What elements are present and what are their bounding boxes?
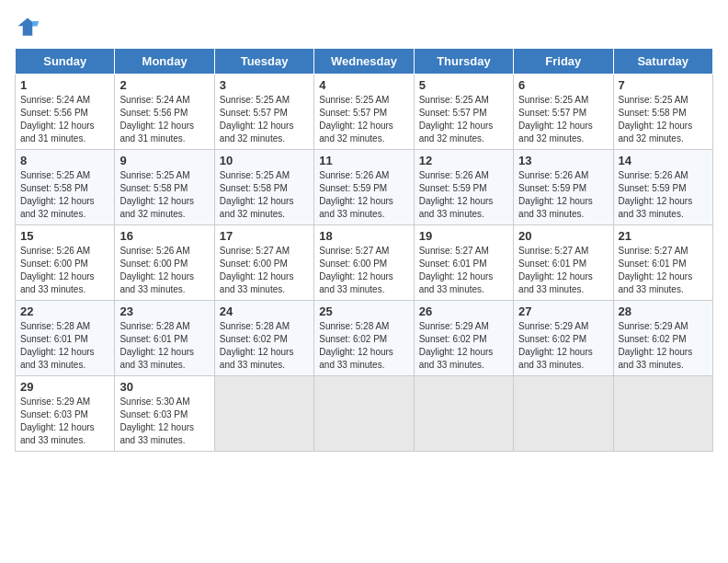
day-cell: 23 Sunrise: 5:28 AM Sunset: 6:01 PM Dayl… (115, 301, 214, 376)
day-cell: 22 Sunrise: 5:28 AM Sunset: 6:01 PM Dayl… (16, 301, 115, 376)
day-cell: 20 Sunrise: 5:27 AM Sunset: 6:01 PM Dayl… (514, 225, 613, 301)
day-cell: 11 Sunrise: 5:26 AM Sunset: 5:59 PM Dayl… (314, 150, 414, 225)
week-row-3: 15 Sunrise: 5:26 AM Sunset: 6:00 PM Dayl… (16, 225, 713, 301)
day-detail: Sunrise: 5:24 AM Sunset: 5:56 PM Dayligh… (20, 94, 109, 145)
day-number: 21 (619, 229, 708, 243)
day-cell: 15 Sunrise: 5:26 AM Sunset: 6:00 PM Dayl… (16, 225, 115, 301)
day-cell: 24 Sunrise: 5:28 AM Sunset: 6:02 PM Dayl… (214, 301, 313, 376)
day-number: 19 (419, 229, 508, 243)
calendar-body: 1 Sunrise: 5:24 AM Sunset: 5:56 PM Dayli… (16, 75, 713, 452)
day-detail: Sunrise: 5:25 AM Sunset: 5:58 PM Dayligh… (119, 169, 209, 221)
day-cell: 10 Sunrise: 5:25 AM Sunset: 5:58 PM Dayl… (214, 150, 313, 225)
weekday-thursday: Thursday (414, 49, 513, 75)
day-number: 30 (119, 380, 209, 394)
day-detail: Sunrise: 5:25 AM Sunset: 5:58 PM Dayligh… (220, 169, 309, 221)
day-detail: Sunrise: 5:27 AM Sunset: 6:01 PM Dayligh… (419, 245, 508, 296)
day-number: 10 (220, 154, 309, 167)
day-cell: 4 Sunrise: 5:25 AM Sunset: 5:57 PM Dayli… (314, 75, 414, 150)
week-row-2: 8 Sunrise: 5:25 AM Sunset: 5:58 PM Dayli… (16, 150, 713, 225)
day-number: 4 (319, 78, 408, 92)
day-detail: Sunrise: 5:25 AM Sunset: 5:57 PM Dayligh… (419, 94, 508, 145)
day-number: 12 (419, 154, 508, 167)
day-number: 2 (119, 78, 209, 92)
day-detail: Sunrise: 5:30 AM Sunset: 6:03 PM Dayligh… (119, 396, 209, 447)
day-cell: 28 Sunrise: 5:29 AM Sunset: 6:02 PM Dayl… (613, 301, 712, 376)
day-detail: Sunrise: 5:25 AM Sunset: 5:58 PM Dayligh… (20, 169, 109, 221)
day-cell: 17 Sunrise: 5:27 AM Sunset: 6:00 PM Dayl… (214, 225, 313, 301)
day-number: 25 (319, 304, 408, 318)
day-detail: Sunrise: 5:28 AM Sunset: 6:02 PM Dayligh… (319, 320, 408, 372)
weekday-sunday: Sunday (16, 49, 115, 75)
day-cell (214, 376, 313, 452)
svg-marker-1 (18, 18, 38, 36)
day-detail: Sunrise: 5:28 AM Sunset: 6:01 PM Dayligh… (119, 320, 209, 372)
day-cell: 9 Sunrise: 5:25 AM Sunset: 5:58 PM Dayli… (115, 150, 214, 225)
day-number: 24 (220, 304, 309, 318)
day-number: 13 (518, 154, 608, 167)
day-cell (514, 376, 613, 452)
day-number: 28 (619, 304, 708, 318)
day-detail: Sunrise: 5:26 AM Sunset: 5:59 PM Dayligh… (319, 169, 408, 221)
day-number: 20 (518, 229, 608, 243)
logo (15, 15, 44, 40)
day-cell: 29 Sunrise: 5:29 AM Sunset: 6:03 PM Dayl… (16, 376, 115, 452)
day-cell: 21 Sunrise: 5:27 AM Sunset: 6:01 PM Dayl… (613, 225, 712, 301)
day-number: 23 (119, 304, 209, 318)
day-cell: 3 Sunrise: 5:25 AM Sunset: 5:57 PM Dayli… (214, 75, 313, 150)
day-cell (613, 376, 712, 452)
calendar-table: SundayMondayTuesdayWednesdayThursdayFrid… (15, 48, 713, 452)
day-detail: Sunrise: 5:27 AM Sunset: 6:00 PM Dayligh… (319, 245, 408, 296)
day-detail: Sunrise: 5:28 AM Sunset: 6:02 PM Dayligh… (220, 320, 309, 372)
day-cell: 26 Sunrise: 5:29 AM Sunset: 6:02 PM Dayl… (414, 301, 513, 376)
day-cell: 6 Sunrise: 5:25 AM Sunset: 5:57 PM Dayli… (514, 75, 613, 150)
day-detail: Sunrise: 5:27 AM Sunset: 6:01 PM Dayligh… (518, 245, 608, 296)
weekday-tuesday: Tuesday (214, 49, 313, 75)
day-cell: 13 Sunrise: 5:26 AM Sunset: 5:59 PM Dayl… (514, 150, 613, 225)
logo-icon (15, 15, 40, 40)
day-number: 14 (619, 154, 708, 167)
day-cell: 8 Sunrise: 5:25 AM Sunset: 5:58 PM Dayli… (16, 150, 115, 225)
day-cell (314, 376, 414, 452)
weekday-wednesday: Wednesday (314, 49, 414, 75)
day-detail: Sunrise: 5:25 AM Sunset: 5:57 PM Dayligh… (518, 94, 608, 145)
day-number: 1 (20, 78, 109, 92)
day-number: 16 (119, 229, 209, 243)
day-number: 22 (20, 304, 109, 318)
day-number: 3 (220, 78, 309, 92)
day-detail: Sunrise: 5:29 AM Sunset: 6:02 PM Dayligh… (518, 320, 608, 372)
week-row-5: 29 Sunrise: 5:29 AM Sunset: 6:03 PM Dayl… (16, 376, 713, 452)
svg-marker-2 (32, 21, 39, 26)
day-detail: Sunrise: 5:29 AM Sunset: 6:03 PM Dayligh… (20, 396, 109, 447)
day-detail: Sunrise: 5:26 AM Sunset: 6:00 PM Dayligh… (119, 245, 209, 296)
day-cell: 19 Sunrise: 5:27 AM Sunset: 6:01 PM Dayl… (414, 225, 513, 301)
day-number: 26 (419, 304, 508, 318)
day-cell: 16 Sunrise: 5:26 AM Sunset: 6:00 PM Dayl… (115, 225, 214, 301)
weekday-monday: Monday (115, 49, 214, 75)
header (15, 15, 713, 40)
day-number: 8 (20, 154, 109, 167)
day-cell: 5 Sunrise: 5:25 AM Sunset: 5:57 PM Dayli… (414, 75, 513, 150)
day-detail: Sunrise: 5:25 AM Sunset: 5:57 PM Dayligh… (319, 94, 408, 145)
week-row-4: 22 Sunrise: 5:28 AM Sunset: 6:01 PM Dayl… (16, 301, 713, 376)
week-row-1: 1 Sunrise: 5:24 AM Sunset: 5:56 PM Dayli… (16, 75, 713, 150)
weekday-friday: Friday (514, 49, 613, 75)
day-detail: Sunrise: 5:24 AM Sunset: 5:56 PM Dayligh… (119, 94, 209, 145)
day-number: 11 (319, 154, 408, 167)
day-detail: Sunrise: 5:25 AM Sunset: 5:58 PM Dayligh… (619, 94, 708, 145)
day-number: 7 (619, 78, 708, 92)
weekday-saturday: Saturday (613, 49, 712, 75)
day-number: 15 (20, 229, 109, 243)
day-number: 27 (518, 304, 608, 318)
day-cell: 18 Sunrise: 5:27 AM Sunset: 6:00 PM Dayl… (314, 225, 414, 301)
day-detail: Sunrise: 5:26 AM Sunset: 6:00 PM Dayligh… (20, 245, 109, 296)
day-number: 9 (119, 154, 209, 167)
day-cell: 12 Sunrise: 5:26 AM Sunset: 5:59 PM Dayl… (414, 150, 513, 225)
day-detail: Sunrise: 5:26 AM Sunset: 5:59 PM Dayligh… (619, 169, 708, 221)
day-detail: Sunrise: 5:27 AM Sunset: 6:01 PM Dayligh… (619, 245, 708, 296)
day-number: 17 (220, 229, 309, 243)
day-detail: Sunrise: 5:27 AM Sunset: 6:00 PM Dayligh… (220, 245, 309, 296)
day-detail: Sunrise: 5:29 AM Sunset: 6:02 PM Dayligh… (419, 320, 508, 372)
day-detail: Sunrise: 5:26 AM Sunset: 5:59 PM Dayligh… (518, 169, 608, 221)
day-number: 29 (20, 380, 109, 394)
day-cell: 27 Sunrise: 5:29 AM Sunset: 6:02 PM Dayl… (514, 301, 613, 376)
